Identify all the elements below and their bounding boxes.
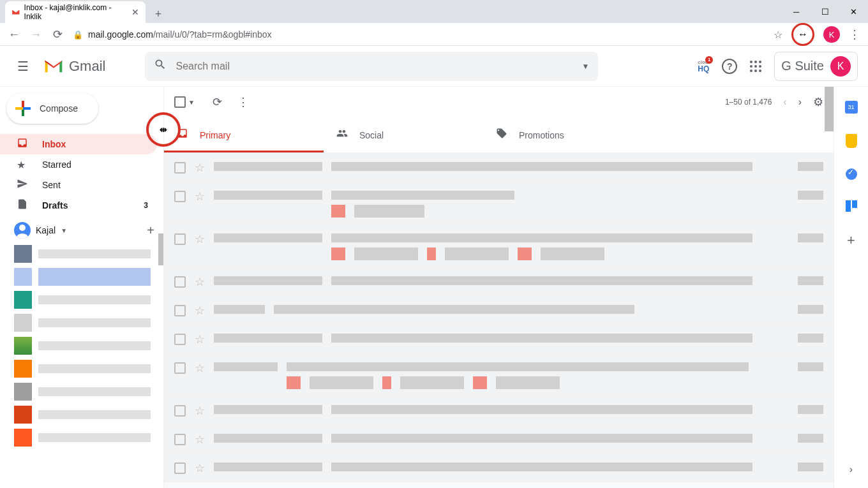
mail-row[interactable]: ☆: [164, 353, 834, 396]
chat-item[interactable]: [14, 406, 151, 424]
mail-row[interactable]: ☆: [164, 425, 834, 454]
chat-item[interactable]: [14, 337, 151, 355]
main-menu-icon[interactable]: ☰: [10, 54, 36, 79]
user-name: Kajal: [36, 225, 56, 235]
account-avatar[interactable]: K: [830, 56, 851, 77]
search-options-icon[interactable]: ▼: [582, 62, 590, 71]
mail-row[interactable]: ☆: [164, 225, 834, 267]
close-tab-icon[interactable]: ✕: [131, 7, 139, 17]
forward-button[interactable]: →: [29, 28, 42, 41]
chrome-profile-badge[interactable]: K: [823, 26, 840, 43]
mail-star-icon[interactable]: ☆: [195, 332, 205, 346]
next-page-icon[interactable]: ›: [798, 96, 802, 108]
nav-inbox-label: Inbox: [42, 139, 66, 149]
promotions-tab-icon: [496, 128, 507, 142]
search-icon[interactable]: [154, 58, 167, 74]
keep-addon-icon[interactable]: [846, 134, 857, 148]
mail-checkbox[interactable]: [174, 362, 186, 374]
chrome-menu-icon[interactable]: ⋮: [849, 27, 860, 41]
mail-star-icon[interactable]: ☆: [195, 433, 205, 447]
inbox-icon: [17, 137, 29, 151]
tab-promotions[interactable]: Promotions: [483, 117, 643, 152]
gsuite-pill[interactable]: G Suite K: [774, 52, 858, 81]
nav-sent[interactable]: Sent: [0, 175, 157, 195]
refresh-icon[interactable]: ⟳: [213, 95, 222, 109]
mail-checkbox[interactable]: [174, 162, 186, 174]
mail-row[interactable]: ☆: [164, 153, 834, 182]
sidebar: Compose Inbox ★ Starred Sent Drafts 3: [0, 87, 163, 488]
star-icon: ★: [17, 159, 29, 171]
chat-item[interactable]: [14, 314, 151, 332]
mail-star-icon[interactable]: ☆: [195, 404, 205, 418]
add-contact-icon[interactable]: +: [147, 223, 154, 238]
gmail-favicon-icon: [11, 8, 20, 17]
chat-item[interactable]: [14, 291, 151, 309]
cloudhq-icon[interactable]: clou HQ 1: [698, 60, 709, 73]
more-menu-icon[interactable]: ⋮: [237, 95, 249, 109]
nav-inbox[interactable]: Inbox: [0, 134, 157, 154]
nav-drafts[interactable]: Drafts 3: [0, 195, 157, 216]
maximize-button[interactable]: ☐: [811, 2, 839, 21]
mail-checkbox[interactable]: [174, 405, 186, 417]
tasks-addon-icon[interactable]: [846, 168, 857, 180]
mail-star-icon[interactable]: ☆: [195, 232, 205, 246]
mail-row[interactable]: ☆: [164, 396, 834, 425]
mail-star-icon[interactable]: ☆: [195, 304, 205, 318]
chat-item[interactable]: [14, 268, 151, 286]
search-bar[interactable]: ▼: [145, 52, 598, 81]
mail-row[interactable]: ☆: [164, 182, 834, 225]
mail-row[interactable]: ☆: [164, 267, 834, 296]
mail-checkbox[interactable]: [174, 233, 186, 245]
mail-checkbox[interactable]: [174, 434, 186, 445]
settings-gear-icon[interactable]: ⚙: [813, 95, 823, 109]
address-bar: ← → ⟳ 🔒 mail.google.com/mail/u/0/?tab=rm…: [0, 23, 868, 46]
chat-item[interactable]: [14, 383, 151, 401]
get-addons-icon[interactable]: +: [847, 232, 855, 249]
trello-addon-icon[interactable]: [846, 200, 857, 212]
minimize-button[interactable]: ─: [782, 2, 811, 21]
nav-starred[interactable]: ★ Starred: [0, 154, 157, 175]
mail-star-icon[interactable]: ☆: [195, 275, 205, 289]
resize-horizontal-icon[interactable]: ↔: [798, 29, 808, 40]
mail-checkbox[interactable]: [174, 305, 186, 316]
chat-item[interactable]: [14, 245, 151, 263]
tab-primary[interactable]: Primary: [164, 117, 324, 152]
browser-tab[interactable]: Inbox - kajal@inklik.com - Inklik ✕: [5, 1, 146, 23]
mail-checkbox[interactable]: [174, 276, 186, 288]
search-input[interactable]: [176, 61, 581, 72]
tab-social[interactable]: Social: [324, 117, 483, 152]
hangouts-user-row[interactable]: Kajal ▼ +: [0, 222, 163, 239]
bookmark-star-icon[interactable]: ☆: [774, 29, 782, 41]
close-window-button[interactable]: ✕: [839, 2, 868, 21]
mail-star-icon[interactable]: ☆: [195, 161, 205, 175]
reload-button[interactable]: ⟳: [51, 28, 64, 41]
compose-button[interactable]: Compose: [6, 93, 98, 124]
expand-panel-icon[interactable]: ›: [849, 464, 853, 475]
mail-star-icon[interactable]: ☆: [195, 189, 205, 203]
select-dropdown-icon[interactable]: ▼: [188, 99, 195, 106]
prev-page-icon[interactable]: ‹: [783, 96, 786, 108]
mail-row[interactable]: ☆: [164, 454, 834, 482]
apps-grid-icon[interactable]: [750, 61, 761, 72]
mail-star-icon[interactable]: ☆: [195, 361, 205, 375]
gmail-logo[interactable]: Gmail: [43, 58, 105, 75]
mail-row[interactable]: ☆: [164, 325, 834, 353]
user-dropdown-icon[interactable]: ▼: [61, 227, 67, 234]
chat-item[interactable]: [14, 360, 151, 378]
select-all-checkbox[interactable]: [174, 96, 186, 108]
nav-list: Inbox ★ Starred Sent Drafts 3: [0, 134, 163, 216]
back-button[interactable]: ←: [8, 28, 20, 41]
help-icon[interactable]: ?: [722, 59, 737, 74]
mail-row[interactable]: ☆: [164, 296, 834, 325]
mail-checkbox[interactable]: [174, 462, 186, 474]
calendar-addon-icon[interactable]: 31: [845, 101, 858, 114]
user-avatar-icon: [14, 222, 31, 239]
chat-item[interactable]: [14, 429, 151, 447]
compose-label: Compose: [40, 103, 78, 114]
url-field[interactable]: 🔒 mail.google.com/mail/u/0/?tab=rm&ogbl#…: [73, 29, 765, 40]
url-host: mail.google.com: [88, 29, 153, 40]
new-tab-button[interactable]: +: [149, 5, 167, 23]
mail-checkbox[interactable]: [174, 191, 186, 202]
mail-checkbox[interactable]: [174, 334, 186, 345]
mail-star-icon[interactable]: ☆: [195, 461, 205, 475]
